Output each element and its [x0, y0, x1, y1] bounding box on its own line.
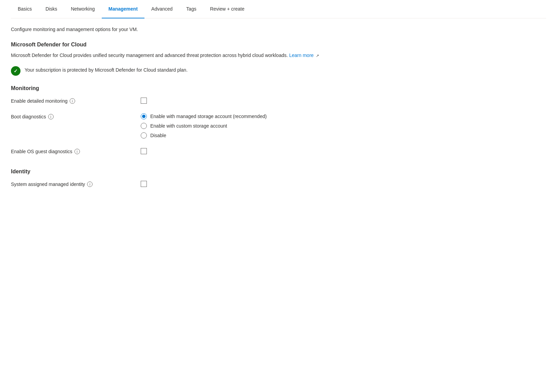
os-guest-diagnostics-info-icon[interactable]: i — [74, 149, 80, 154]
main-content: Configure monitoring and management opti… — [0, 18, 410, 209]
boot-diagnostics-managed-radio[interactable] — [141, 113, 147, 119]
tab-navigation: BasicsDisksNetworkingManagementAdvancedT… — [11, 0, 546, 18]
boot-diagnostics-managed-label: Enable with managed storage account (rec… — [150, 114, 267, 119]
defender-section: Microsoft Defender for Cloud Microsoft D… — [11, 42, 399, 76]
identity-section: Identity System assigned managed identit… — [11, 169, 399, 192]
system-assigned-identity-control — [141, 181, 399, 187]
boot-diagnostics-info-icon[interactable]: i — [48, 114, 54, 119]
learn-more-link[interactable]: Learn more — [289, 53, 314, 58]
boot-diagnostics-managed-option[interactable]: Enable with managed storage account (rec… — [141, 113, 399, 119]
defender-description: Microsoft Defender for Cloud provides un… — [11, 52, 399, 59]
tab-disks[interactable]: Disks — [39, 0, 64, 18]
boot-diagnostics-disable-radio[interactable] — [141, 132, 147, 139]
tab-tags[interactable]: Tags — [179, 0, 203, 18]
system-assigned-identity-checkbox[interactable] — [141, 181, 147, 187]
system-assigned-identity-info-icon[interactable]: i — [87, 182, 93, 187]
monitoring-section-title: Monitoring — [11, 85, 399, 91]
system-assigned-identity-row: System assigned managed identity i — [11, 176, 399, 192]
boot-diagnostics-disable-option[interactable]: Disable — [141, 132, 399, 139]
boot-diagnostics-custom-radio[interactable] — [141, 123, 147, 129]
enable-detailed-monitoring-control — [141, 98, 399, 104]
tab-management[interactable]: Management — [102, 0, 145, 18]
defender-section-title: Microsoft Defender for Cloud — [11, 42, 399, 48]
boot-diagnostics-disable-label: Disable — [150, 133, 166, 138]
enable-detailed-monitoring-checkbox[interactable] — [141, 98, 147, 104]
check-circle-icon — [11, 66, 20, 76]
boot-diagnostics-label: Boot diagnostics i — [11, 113, 141, 119]
os-guest-diagnostics-row: Enable OS guest diagnostics i — [11, 143, 399, 159]
external-link-icon: ↗ — [316, 53, 319, 59]
defender-status-badge: Your subscription is protected by Micros… — [11, 66, 399, 76]
tab-review-create[interactable]: Review + create — [203, 0, 251, 18]
boot-diagnostics-control: Enable with managed storage account (rec… — [141, 113, 399, 139]
enable-detailed-monitoring-row: Enable detailed monitoring i — [11, 93, 399, 108]
system-assigned-identity-label: System assigned managed identity i — [11, 181, 141, 187]
tab-advanced[interactable]: Advanced — [144, 0, 179, 18]
enable-detailed-monitoring-info-icon[interactable]: i — [70, 98, 75, 104]
enable-detailed-monitoring-label: Enable detailed monitoring i — [11, 98, 141, 104]
os-guest-diagnostics-label: Enable OS guest diagnostics i — [11, 148, 141, 154]
tab-basics[interactable]: Basics — [11, 0, 39, 18]
boot-diagnostics-custom-option[interactable]: Enable with custom storage account — [141, 123, 399, 129]
os-guest-diagnostics-control — [141, 148, 399, 154]
defender-status-text: Your subscription is protected by Micros… — [25, 66, 187, 73]
tab-networking[interactable]: Networking — [64, 0, 101, 18]
page-description: Configure monitoring and management opti… — [11, 27, 399, 32]
boot-diagnostics-custom-label: Enable with custom storage account — [150, 123, 227, 129]
boot-diagnostics-row: Boot diagnostics i Enable with managed s… — [11, 108, 399, 143]
os-guest-diagnostics-checkbox[interactable] — [141, 148, 147, 154]
identity-section-title: Identity — [11, 169, 399, 175]
monitoring-section: Monitoring Enable detailed monitoring i … — [11, 85, 399, 159]
boot-diagnostics-radio-group: Enable with managed storage account (rec… — [141, 113, 399, 139]
